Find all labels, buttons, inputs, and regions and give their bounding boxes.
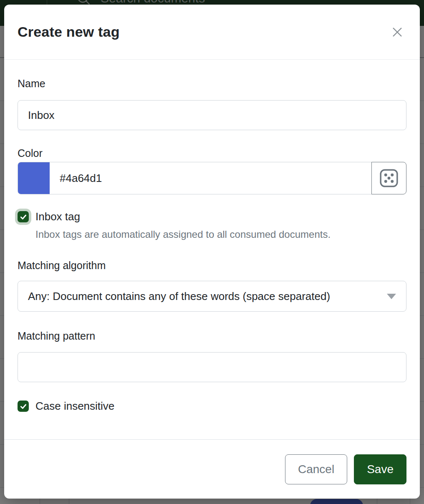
check-icon xyxy=(20,213,27,221)
matching-algorithm-value: Any: Document contains any of these word… xyxy=(28,290,330,303)
case-insensitive-label: Case insensitive xyxy=(35,400,114,413)
modal-footer: Cancel Save xyxy=(4,439,420,499)
case-insensitive-checkbox[interactable] xyxy=(18,401,29,412)
cancel-button[interactable]: Cancel xyxy=(285,454,347,484)
save-button[interactable]: Save xyxy=(354,454,406,484)
check-icon xyxy=(20,403,27,410)
random-color-button[interactable] xyxy=(371,162,406,194)
create-tag-modal: Create new tag Name Color xyxy=(4,5,420,499)
dice-icon xyxy=(379,169,399,188)
chevron-down-icon xyxy=(387,294,396,299)
inbox-tag-row: Inbox tag xyxy=(18,210,406,223)
matching-pattern-input[interactable] xyxy=(18,352,406,382)
modal-header: Create new tag xyxy=(4,5,420,60)
matching-algorithm-label: Matching algorithm xyxy=(18,260,406,272)
color-hex-input[interactable] xyxy=(50,162,371,194)
inbox-tag-help: Inbox tags are automatically assigned to… xyxy=(35,229,406,240)
case-insensitive-row: Case insensitive xyxy=(18,400,406,413)
color-swatch xyxy=(18,162,50,194)
inbox-tag-label: Inbox tag xyxy=(35,210,80,223)
color-input-group xyxy=(18,162,406,194)
close-icon xyxy=(391,25,404,39)
name-input[interactable] xyxy=(18,100,406,130)
matching-pattern-label: Matching pattern xyxy=(18,330,406,342)
name-label: Name xyxy=(18,78,406,90)
inbox-tag-checkbox[interactable] xyxy=(18,211,29,222)
modal-body: Name Color xyxy=(4,60,420,413)
modal-title: Create new tag xyxy=(18,24,120,40)
color-label: Color xyxy=(18,147,406,159)
matching-algorithm-select[interactable]: Any: Document contains any of these word… xyxy=(18,281,406,312)
close-button[interactable] xyxy=(388,23,406,41)
